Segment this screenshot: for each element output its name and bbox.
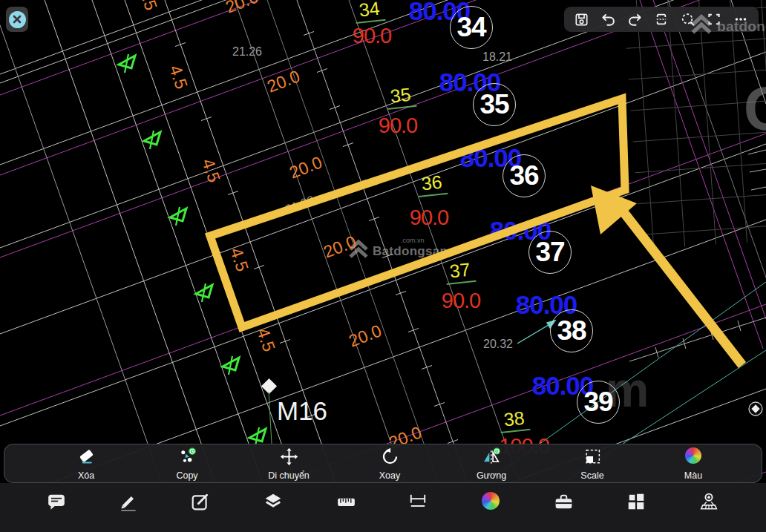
edit-toolbar: Xóa Copy	[4, 444, 762, 483]
ruler-tool[interactable]	[333, 492, 359, 517]
undo-icon	[601, 12, 616, 27]
rotate-icon	[381, 447, 399, 466]
tool-label: Gương	[477, 470, 506, 481]
comment-tool[interactable]	[44, 492, 69, 517]
scale-icon	[583, 447, 602, 466]
watermark-corner: com batdongsan	[689, 10, 766, 36]
toolbox-icon	[554, 492, 574, 511]
color-tool[interactable]	[478, 492, 503, 517]
dimension-icon	[408, 492, 428, 511]
color-wheel-icon	[685, 447, 701, 464]
redo-button[interactable]	[623, 8, 646, 30]
viewport-tool[interactable]	[696, 492, 721, 517]
blocks-icon	[626, 492, 646, 511]
tool-erase[interactable]: Xóa	[38, 447, 134, 481]
layers-tool[interactable]	[261, 492, 286, 517]
pencil-icon	[119, 492, 138, 511]
layers-icon	[263, 492, 283, 511]
clock-badge-icon	[494, 447, 500, 454]
save-button[interactable]	[571, 8, 593, 30]
batdongsan-logo-icon	[689, 10, 714, 36]
tool-label: Scale	[580, 470, 603, 481]
highlight-rectangle	[210, 99, 625, 327]
tool-scale[interactable]: Scale	[544, 447, 641, 481]
toolbox-tool[interactable]	[551, 492, 576, 517]
close-button[interactable]	[6, 7, 28, 32]
edit-tool[interactable]	[188, 492, 213, 517]
watermark-domain-short: com	[717, 12, 766, 19]
tool-copy[interactable]: Copy	[139, 447, 235, 481]
tool-move[interactable]: Di chuyển	[240, 447, 337, 481]
tool-label: Di chuyển	[268, 470, 310, 481]
close-icon	[9, 11, 26, 28]
dimension-tool[interactable]	[405, 492, 431, 517]
ruler-icon	[336, 492, 356, 511]
copy-icon	[178, 447, 197, 466]
tool-label: Copy	[176, 470, 197, 481]
blocks-tool[interactable]	[623, 492, 649, 517]
color-wheel-icon	[482, 492, 500, 510]
tool-mirror[interactable]: Gương	[443, 447, 540, 481]
app-screen: .com.vn Batdongsan C m 20.0 20.0 20.0 20…	[0, 0, 766, 532]
watermark-brand-lower: batdongsan	[717, 19, 766, 35]
clock-badge-icon	[189, 447, 196, 455]
save-icon	[574, 13, 589, 27]
tool-label: Màu	[684, 470, 702, 481]
eraser-icon	[77, 447, 96, 466]
undo-button[interactable]	[598, 8, 620, 30]
insert-object-icon	[654, 12, 669, 27]
redo-icon	[627, 12, 642, 27]
tool-rotate[interactable]: Xoay	[341, 447, 438, 481]
compose-icon	[191, 492, 210, 511]
tool-color[interactable]: Màu	[645, 447, 742, 481]
draw-tool[interactable]	[116, 492, 141, 517]
bottom-toolbar	[0, 483, 766, 532]
mirror-icon	[482, 447, 501, 466]
tool-label: Xoay	[379, 470, 401, 481]
viewport-icon	[699, 492, 718, 511]
insert-object-button[interactable]	[650, 8, 672, 30]
move-icon	[280, 447, 298, 466]
comment-icon	[47, 492, 66, 511]
highlight-arrow-shaft	[624, 213, 742, 365]
tool-label: Xóa	[78, 470, 94, 481]
